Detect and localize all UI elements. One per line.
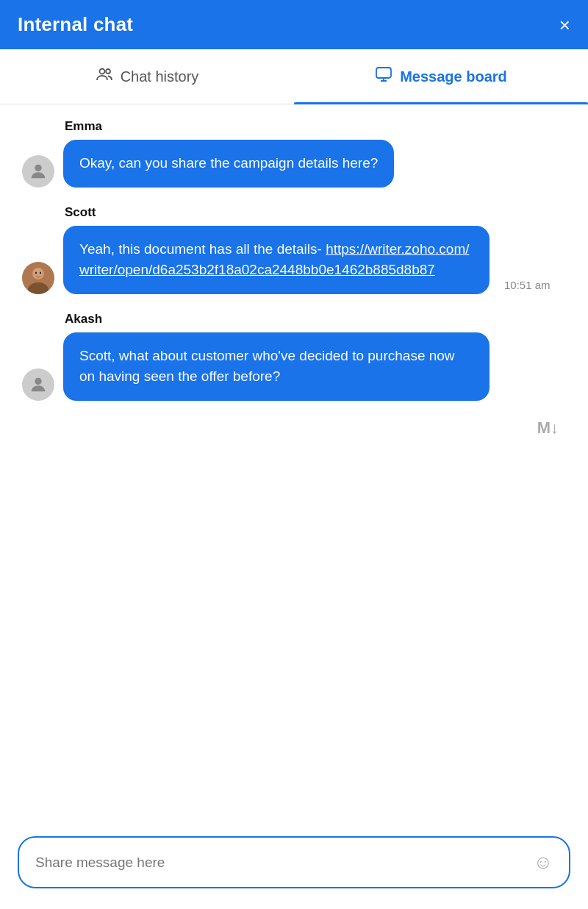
tabs-bar: Chat history Message board [0,49,588,104]
svg-point-1 [106,69,110,74]
sender-name-emma: Emma [65,119,566,134]
input-area: ☺ [0,824,588,909]
message-input[interactable] [35,855,526,871]
tab-message-board-label: Message board [400,68,507,85]
avatar-scott [22,262,54,294]
message-time-scott: 10:51 am [504,279,551,294]
svg-point-0 [99,69,104,74]
header: Internal chat × [0,0,588,49]
svg-point-3 [35,164,41,171]
bubble-akash: Scott, what about customer who've decide… [63,332,490,401]
tab-chat-history-label: Chat history [121,68,199,85]
svg-point-8 [35,271,37,274]
svg-point-10 [35,377,41,384]
svg-rect-2 [376,68,391,78]
close-button[interactable]: × [559,15,570,35]
bubble-scott: Yeah, this document has all the details-… [63,226,490,294]
app-container: Internal chat × Chat history [0,0,588,909]
emoji-button[interactable]: ☺ [533,851,553,874]
message-group-scott: Scott Yeah, this document has al [22,205,566,294]
avatar-akash [22,368,54,401]
message-board-icon [375,65,392,88]
tab-message-board[interactable]: Message board [294,49,588,104]
svg-point-9 [40,271,41,274]
message-text-emma: Okay, can you share the campaign details… [79,155,378,171]
message-row-emma: Okay, can you share the campaign details… [22,140,566,188]
sender-name-scott: Scott [65,205,566,220]
messages-area: Emma Okay, can you share the campaign de… [0,104,588,824]
avatar-emma [22,155,54,188]
message-text-scott-prefix: Yeah, this document has all the details- [79,241,326,257]
markdown-icon-row: M↓ [22,418,566,438]
chat-history-icon [96,65,113,88]
message-row-scott: Yeah, this document has all the details-… [22,226,566,294]
message-text-akash: Scott, what about customer who've decide… [79,348,455,385]
sender-name-akash: Akash [65,312,566,327]
input-box: ☺ [18,836,570,888]
bubble-emma: Okay, can you share the campaign details… [63,140,394,188]
tab-chat-history[interactable]: Chat history [0,49,294,104]
message-group-emma: Emma Okay, can you share the campaign de… [22,119,566,188]
markdown-icon: M↓ [537,418,559,438]
message-row-akash: Scott, what about customer who've decide… [22,332,566,401]
app-title: Internal chat [18,13,133,36]
message-group-akash: Akash Scott, what about customer who've … [22,312,566,401]
